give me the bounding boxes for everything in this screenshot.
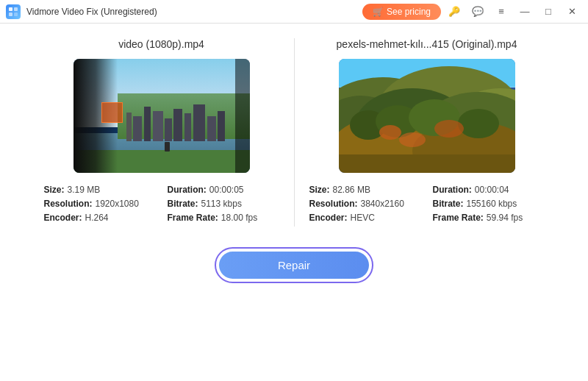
right-framerate-group: Frame Rate: 59.94 fps: [433, 213, 545, 223]
svg-point-19: [434, 120, 464, 138]
minimize-button[interactable]: —: [514, 4, 535, 20]
see-pricing-button[interactable]: 🛒 See pricing: [362, 4, 441, 20]
left-video-title: video (1080p).mp4: [118, 38, 204, 50]
right-video-thumbnail: [339, 59, 515, 173]
left-video-panel: video (1080p).mp4: [44, 38, 279, 227]
artifact-box: [101, 102, 123, 123]
left-encoder-label: Encoder:: [44, 213, 82, 223]
right-duration-value: 00:00:04: [475, 185, 509, 195]
hills-svg: [339, 59, 515, 173]
svg-rect-0: [9, 7, 12, 11]
left-size-group: Size: 3.19 MB: [44, 185, 156, 195]
cart-icon: 🛒: [373, 7, 384, 17]
left-encoder-group: Encoder: H.264: [44, 213, 156, 223]
svg-rect-13: [339, 154, 515, 173]
right-framerate-value: 59.94 fps: [487, 213, 523, 223]
svg-rect-1: [14, 7, 18, 11]
left-video-info: Size: 3.19 MB Duration: 00:00:05 Resolut…: [44, 185, 279, 227]
right-duration-group: Duration: 00:00:04: [433, 185, 545, 195]
pricing-label: See pricing: [387, 7, 431, 17]
right-duration-label: Duration:: [433, 185, 472, 195]
right-video-info: Size: 82.86 MB Duration: 00:00:04 Resolu…: [309, 185, 545, 227]
left-resolution-value: 1920x1080: [96, 199, 139, 209]
right-bitrate-value: 155160 kbps: [467, 199, 517, 209]
left-encoder-value: H.264: [85, 213, 109, 223]
main-content: video (1080p).mp4: [0, 24, 588, 381]
left-bitrate-group: Bitrate: 5113 kbps: [168, 199, 279, 209]
left-info-row-1: Size: 3.19 MB Duration: 00:00:05: [44, 185, 279, 195]
app-title: Vidmore Video Fix (Unregistered): [26, 7, 157, 17]
left-bitrate-value: 5113 kbps: [201, 199, 242, 209]
left-resolution-group: Resolution: 1920x1080: [44, 199, 156, 209]
svg-rect-2: [9, 13, 12, 16]
repair-button-wrapper: Repair: [215, 247, 373, 283]
right-encoder-label: Encoder:: [309, 213, 348, 223]
center-divider: [294, 38, 295, 227]
left-video-thumbnail: [74, 59, 250, 173]
right-resolution-group: Resolution: 3840x2160: [309, 199, 421, 209]
message-icon[interactable]: 💬: [467, 4, 488, 20]
left-bitrate-label: Bitrate:: [168, 199, 198, 209]
left-framerate-label: Frame Rate:: [168, 213, 218, 223]
svg-point-20: [399, 132, 426, 147]
left-size-value: 3.19 MB: [68, 185, 101, 195]
svg-point-17: [458, 109, 499, 138]
left-duration-value: 00:00:05: [209, 185, 244, 195]
svg-rect-3: [14, 13, 18, 16]
right-video-title: pexels-mehmet-kılı...415 (Original).mp4: [337, 38, 517, 50]
right-info-row-1: Size: 82.86 MB Duration: 00:00:04: [309, 185, 545, 195]
right-size-group: Size: 82.86 MB: [309, 185, 421, 195]
close-button[interactable]: ✕: [562, 4, 582, 20]
right-encoder-value: HEVC: [351, 213, 375, 223]
right-info-row-2: Resolution: 3840x2160 Bitrate: 155160 kb…: [309, 199, 545, 209]
right-info-row-3: Encoder: HEVC Frame Rate: 59.94 fps: [309, 213, 545, 223]
right-bitrate-label: Bitrate:: [433, 199, 464, 209]
left-info-row-2: Resolution: 1920x1080 Bitrate: 5113 kbps: [44, 199, 279, 209]
svg-point-18: [379, 125, 401, 140]
titlebar-left: Vidmore Video Fix (Unregistered): [6, 4, 157, 19]
repair-section: Repair: [29, 247, 559, 283]
right-resolution-value: 3840x2160: [361, 199, 404, 209]
left-duration-label: Duration:: [168, 185, 207, 195]
videos-section: video (1080p).mp4: [29, 38, 559, 227]
right-size-value: 82.86 MB: [333, 185, 370, 195]
left-framerate-group: Frame Rate: 18.00 fps: [168, 213, 279, 223]
maximize-button[interactable]: □: [538, 4, 559, 20]
app-logo-icon: [6, 4, 21, 19]
right-encoder-group: Encoder: HEVC: [309, 213, 421, 223]
dark-overlay-right: [235, 59, 249, 173]
left-size-label: Size:: [44, 185, 65, 195]
left-framerate-value: 18.00 fps: [221, 213, 257, 223]
key-icon[interactable]: 🔑: [444, 4, 465, 20]
right-resolution-label: Resolution:: [309, 199, 358, 209]
titlebar: Vidmore Video Fix (Unregistered) 🛒 See p…: [0, 0, 588, 24]
titlebar-right: 🛒 See pricing 🔑 💬 ≡ — □ ✕: [362, 4, 582, 20]
right-size-label: Size:: [309, 185, 330, 195]
repair-button[interactable]: Repair: [219, 252, 369, 279]
right-video-panel: pexels-mehmet-kılı...415 (Original).mp4: [309, 38, 545, 227]
right-bitrate-group: Bitrate: 155160 kbps: [433, 199, 545, 209]
left-duration-group: Duration: 00:00:05: [168, 185, 279, 195]
left-info-row-3: Encoder: H.264 Frame Rate: 18.00 fps: [44, 213, 279, 223]
left-resolution-label: Resolution:: [44, 199, 93, 209]
menu-icon[interactable]: ≡: [491, 4, 512, 20]
right-framerate-label: Frame Rate:: [433, 213, 484, 223]
